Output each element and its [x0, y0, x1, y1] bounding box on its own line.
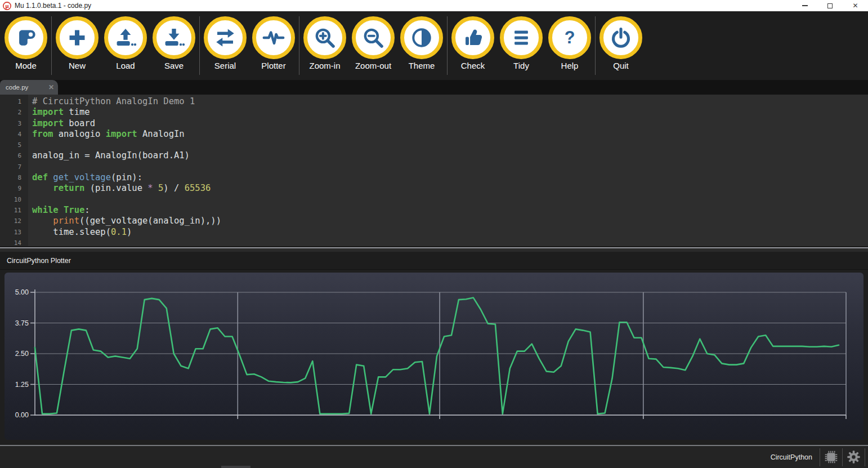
device-status-button[interactable] — [820, 449, 842, 465]
splitter-handle — [0, 247, 868, 248]
code-text: while True: — [28, 205, 90, 216]
plotter-panel: 5.003.752.501.250.00 — [5, 273, 863, 440]
code-text: analog_in = AnalogIn(board.A1) — [28, 150, 190, 161]
tab-code-py[interactable]: code.py ✕ — [0, 80, 58, 95]
help-question-icon: ? — [548, 16, 591, 59]
load-upload-icon — [104, 16, 147, 59]
line-number: 3 — [0, 118, 28, 129]
line-number: 6 — [0, 150, 28, 161]
new-plus-icon — [56, 16, 99, 59]
code-line: 6analog_in = AnalogIn(board.A1) — [0, 150, 868, 161]
titlebar: μ Mu 1.1.0.beta.1 - code.py ✕ — [0, 0, 868, 11]
close-icon: ✕ — [852, 2, 858, 9]
code-line: 1# CircuitPython AnalogIn Demo 1 — [0, 96, 868, 107]
code-line: 2import time — [0, 107, 868, 118]
check-thumbsup-icon — [451, 16, 494, 59]
line-number: 12 — [0, 216, 28, 226]
line-number: 1 — [0, 96, 28, 107]
help-button[interactable]: ?Help — [545, 16, 594, 70]
minimize-button[interactable] — [792, 0, 817, 11]
theme-button[interactable]: Theme — [397, 16, 446, 70]
toolbar-separator — [51, 16, 52, 75]
toolbar-button-label: Serial — [214, 61, 236, 70]
y-axis-tick-label: 2.50 — [15, 350, 29, 358]
code-text: print((get_voltage(analog_in),)) — [28, 216, 221, 226]
plotter-button[interactable]: Plotter — [249, 16, 298, 70]
tabbar: code.py ✕ — [0, 80, 868, 95]
code-text — [28, 162, 32, 172]
code-line: 10 — [0, 194, 868, 205]
toolbar-button-label: Tidy — [513, 61, 529, 70]
code-line: 11while True: — [0, 205, 868, 216]
tab-close-icon[interactable]: ✕ — [48, 83, 54, 91]
code-text: time.sleep(0.1) — [28, 227, 132, 238]
mode-icon — [5, 16, 47, 59]
code-text — [28, 238, 32, 246]
save-button[interactable]: Save — [150, 16, 198, 70]
load-button[interactable]: Load — [101, 16, 150, 70]
toolbar-separator — [199, 16, 200, 75]
plotter-pulse-icon — [252, 16, 295, 59]
serial-button[interactable]: Serial — [201, 16, 249, 70]
line-number: 10 — [0, 194, 28, 205]
gear-icon — [846, 449, 861, 465]
toolbar-button-label: Plotter — [261, 61, 285, 70]
pane-splitter[interactable] — [0, 246, 868, 252]
code-line: 5 — [0, 140, 868, 150]
code-line: 4from analogio import AnalogIn — [0, 129, 868, 140]
toolbar-button-label: Check — [461, 61, 485, 70]
toolbar-button-label: Zoom-in — [309, 61, 340, 70]
line-number: 5 — [0, 140, 28, 150]
zoom-in-button[interactable]: Zoom-in — [301, 16, 349, 70]
theme-contrast-icon — [400, 16, 443, 59]
mu-logo-icon: μ — [3, 2, 11, 10]
code-line: 12 print((get_voltage(analog_in),)) — [0, 216, 868, 226]
plotter-chart: 5.003.752.501.250.00 — [5, 273, 863, 440]
statusbar: CircuitPython — [0, 445, 868, 468]
toolbar-button-label: Zoom-out — [355, 61, 391, 70]
quit-button[interactable]: Quit — [597, 16, 645, 70]
toolbar-separator — [595, 16, 596, 75]
zoom-out-icon — [352, 16, 395, 59]
mode-status-label: CircuitPython — [771, 453, 812, 461]
mu-editor-window: μ Mu 1.1.0.beta.1 - code.py ✕ ModeNewLoa… — [0, 0, 868, 468]
maximize-button[interactable] — [817, 0, 843, 11]
admin-settings-button[interactable] — [843, 449, 865, 465]
code-text: from analogio import AnalogIn — [28, 129, 185, 140]
code-text: import board — [28, 118, 95, 129]
line-number: 11 — [0, 205, 28, 216]
y-axis-tick-label: 5.00 — [15, 288, 29, 296]
plotter-region: 5.003.752.501.250.00 — [0, 270, 868, 445]
code-text: return (pin.value * 5) / 65536 — [28, 183, 211, 194]
toolbar-separator — [299, 16, 299, 75]
line-number: 14 — [0, 238, 28, 246]
code-editor[interactable]: 1# CircuitPython AnalogIn Demo 12import … — [0, 95, 868, 246]
toolbar-button-label: Quit — [613, 61, 629, 70]
tab-label: code.py — [6, 84, 48, 91]
window-title: Mu 1.1.0.beta.1 - code.py — [15, 0, 792, 11]
code-text: # CircuitPython AnalogIn Demo 1 — [28, 96, 195, 107]
microchip-icon — [824, 449, 839, 465]
y-axis-tick-label: 0.00 — [15, 411, 29, 419]
check-button[interactable]: Check — [449, 16, 497, 70]
line-number: 2 — [0, 107, 28, 118]
new-button[interactable]: New — [53, 16, 101, 70]
line-number: 8 — [0, 172, 28, 183]
minimize-icon — [802, 5, 808, 6]
close-button[interactable]: ✕ — [843, 0, 868, 11]
tidy-lines-icon — [500, 16, 543, 59]
save-download-icon — [153, 16, 195, 59]
zoom-out-button[interactable]: Zoom-out — [349, 16, 397, 70]
toolbar-button-label: Theme — [409, 61, 435, 70]
toolbar-separator — [447, 16, 448, 75]
code-text: import time — [28, 107, 90, 118]
line-number: 4 — [0, 129, 28, 140]
tidy-button[interactable]: Tidy — [497, 16, 545, 70]
zoom-in-icon — [303, 16, 346, 59]
y-axis-tick-label: 1.25 — [15, 381, 29, 389]
code-line: 8def get_voltage(pin): — [0, 172, 868, 183]
toolbar-button-label: Mode — [15, 61, 37, 70]
mode-button[interactable]: Mode — [2, 16, 50, 70]
svg-text:?: ? — [565, 28, 575, 47]
toolbar-button-label: Save — [164, 61, 184, 70]
